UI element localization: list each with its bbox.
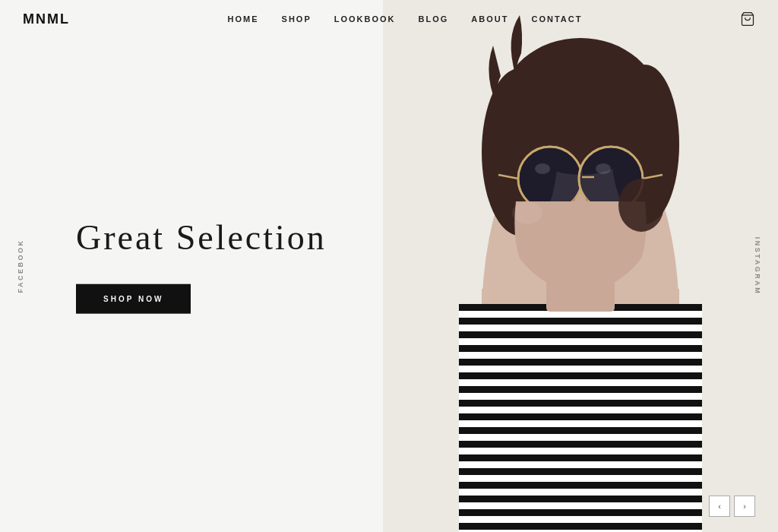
svg-rect-21 (459, 523, 702, 530)
nav-home[interactable]: HOME (228, 14, 259, 24)
facebook-side-label[interactable]: FACEBOOK (17, 239, 24, 293)
svg-rect-12 (459, 400, 702, 407)
svg-point-32 (535, 163, 550, 174)
svg-rect-6 (459, 318, 702, 325)
nav-about[interactable]: ABOUT (471, 14, 508, 24)
instagram-side-label[interactable]: INSTAGRAM (754, 237, 761, 295)
svg-point-33 (596, 163, 611, 174)
cart-icon[interactable] (740, 11, 755, 27)
hero-title: Great Selection (76, 219, 327, 258)
header: MNML HOME SHOP LOOKBOOK BLOG ABOUT CONTA… (0, 0, 778, 38)
logo[interactable]: MNML (23, 11, 70, 27)
svg-point-34 (512, 201, 542, 224)
svg-rect-9 (459, 359, 702, 366)
svg-rect-19 (459, 496, 702, 502)
svg-rect-15 (459, 441, 702, 448)
nav-lookbook[interactable]: LOOKBOOK (334, 14, 396, 24)
svg-rect-20 (459, 509, 702, 516)
svg-rect-10 (459, 372, 702, 379)
svg-rect-8 (459, 345, 702, 352)
svg-rect-7 (459, 331, 702, 338)
hero-image (383, 0, 778, 532)
svg-rect-16 (459, 454, 702, 461)
svg-rect-14 (459, 427, 702, 434)
nav-shop[interactable]: SHOP (282, 14, 312, 24)
slider-controls: ‹ › (709, 496, 755, 517)
svg-rect-13 (459, 413, 702, 420)
shop-now-button[interactable]: SHOP NOW (76, 283, 191, 313)
hero-section: FACEBOOK Great Selection SHOP NOW (0, 0, 778, 532)
svg-rect-17 (459, 468, 702, 475)
svg-rect-11 (459, 386, 702, 393)
slider-prev-button[interactable]: ‹ (709, 496, 730, 517)
main-nav: HOME SHOP LOOKBOOK BLOG ABOUT CONTACT (228, 14, 583, 24)
nav-blog[interactable]: BLOG (419, 14, 449, 24)
slider-next-button[interactable]: › (734, 496, 755, 517)
nav-contact[interactable]: CONTACT (531, 14, 582, 24)
hero-content: Great Selection SHOP NOW (76, 219, 327, 314)
svg-rect-18 (459, 482, 702, 489)
svg-point-31 (618, 179, 664, 232)
